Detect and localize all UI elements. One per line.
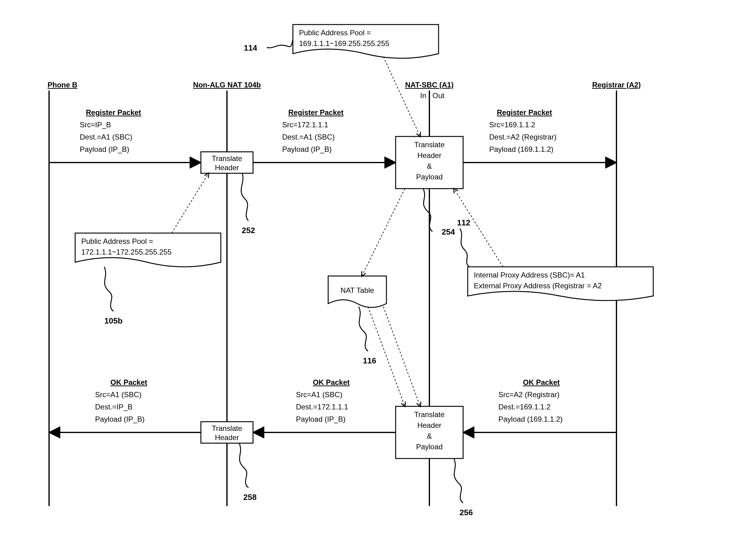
- svg-text:Payload (IP_B): Payload (IP_B): [282, 145, 332, 153]
- note-pool-114: Public Address Pool = 169.1.1.1~169.255.…: [293, 24, 439, 58]
- svg-text:&: &: [427, 162, 432, 170]
- svg-text:Register  Packet: Register Packet: [288, 108, 344, 116]
- ref-256: 256: [459, 508, 473, 517]
- svg-text:NAT Table: NAT Table: [340, 286, 374, 294]
- note-nat-table: NAT Table: [328, 276, 387, 308]
- svg-text:Header: Header: [215, 434, 239, 442]
- svg-text:Translate: Translate: [212, 424, 242, 433]
- lifeline-phone-b: Phone B: [48, 81, 77, 89]
- svg-text:Header: Header: [417, 151, 441, 159]
- svg-text:Dest.=A1 (SBC): Dest.=A1 (SBC): [282, 133, 335, 141]
- svg-text:Payload (IP_B): Payload (IP_B): [296, 415, 345, 423]
- svg-text:Src=172.1.1.1: Src=172.1.1.1: [282, 120, 328, 129]
- svg-text:Src=A2 (Registrar): Src=A2 (Registrar): [498, 391, 560, 399]
- svg-text:Payload (IP_B): Payload (IP_B): [95, 415, 145, 423]
- squiggle-258: [239, 443, 248, 488]
- lifeline-nat: Non-ALG NAT 104b: [193, 81, 261, 89]
- ref-252: 252: [242, 226, 255, 235]
- ref-114: 114: [244, 43, 257, 53]
- svg-text:Dest.=A2 (Registrar): Dest.=A2 (Registrar): [489, 133, 556, 141]
- svg-text:OK Packet: OK Packet: [313, 378, 350, 387]
- box-translate-header-2: Translate Header: [201, 422, 253, 443]
- squiggle-105b: [104, 267, 113, 311]
- svg-text:OK Packet: OK Packet: [523, 378, 560, 387]
- svg-text:Src=A1 (SBC): Src=A1 (SBC): [296, 391, 342, 399]
- svg-text:Src=IP_B: Src=IP_B: [80, 120, 111, 129]
- packet-ok-1: OK Packet Src=A2 (Registrar) Dest.=169.1…: [498, 378, 563, 423]
- note-pool-105b: Public Address Pool = 172.1.1.1~172.255.…: [75, 233, 221, 267]
- packet-reg-3: Register Packet Src=169.1.1.2 Dest.=A2 (…: [489, 108, 556, 153]
- squiggle-256: [454, 459, 463, 503]
- svg-text:External Proxy Address (Regist: External Proxy Address (Registrar = A2: [474, 281, 602, 290]
- svg-text:Dest.=IP_B: Dest.=IP_B: [95, 403, 133, 411]
- dotted-nattable-to-sbc2b: [383, 307, 420, 406]
- ref-254: 254: [441, 227, 455, 236]
- note-proxy-112: Internal Proxy Address (SBC)= A1 Externa…: [468, 267, 653, 301]
- svg-text:169.1.1.1~169.255.255.255: 169.1.1.1~169.255.255.255: [299, 39, 389, 48]
- svg-text:Header: Header: [417, 421, 441, 429]
- svg-text:Header: Header: [215, 163, 239, 172]
- svg-text:Internal Proxy Address (SBC)= : Internal Proxy Address (SBC)= A1: [474, 271, 585, 279]
- lifeline-sbc-in: In: [420, 91, 426, 100]
- lifeline-sbc-out: Out: [433, 91, 444, 100]
- svg-text:Dest.=A1 (SBC): Dest.=A1 (SBC): [80, 133, 132, 141]
- squiggle-116: [359, 307, 368, 351]
- packet-reg-1: Register Packet Src=IP_B Dest.=A1 (SBC) …: [80, 108, 141, 153]
- box-translate-hp-1: Translate Header & Payload: [396, 137, 463, 188]
- squiggle-114: [267, 40, 293, 48]
- svg-text:Register Packet: Register Packet: [86, 108, 141, 116]
- box-translate-header-1: Translate Header: [201, 152, 253, 173]
- svg-text:Register Packet: Register Packet: [497, 108, 552, 116]
- dotted-sbc1-to-nattable: [362, 188, 405, 276]
- squiggle-252: [241, 173, 248, 221]
- dotted-112-to-sbc1: [454, 188, 503, 267]
- lifeline-sbc: NAT-SBC (A1): [405, 81, 454, 89]
- dotted-105b-to-th1: [172, 173, 209, 233]
- squiggle-112: [460, 228, 469, 267]
- svg-text:Dest.=169.1.1.2: Dest.=169.1.1.2: [498, 403, 551, 411]
- svg-text:Translate: Translate: [414, 410, 444, 419]
- svg-text:Public Address Pool =: Public Address Pool =: [299, 28, 371, 37]
- svg-text:OK Packet: OK Packet: [110, 378, 147, 387]
- svg-text:Public Address Pool =: Public Address Pool =: [81, 237, 153, 245]
- ref-112: 112: [457, 218, 470, 227]
- ref-105b: 105b: [104, 316, 122, 325]
- dotted-114-to-sbc: [383, 57, 420, 137]
- svg-text:Payload (169.1.1.2): Payload (169.1.1.2): [498, 415, 563, 423]
- squiggle-254: [423, 188, 433, 231]
- svg-text:Payload (169.1.1.2): Payload (169.1.1.2): [489, 145, 553, 153]
- svg-text:Payload (IP_B): Payload (IP_B): [80, 145, 129, 153]
- lifeline-registrar: Registrar (A2): [592, 81, 641, 89]
- packet-reg-2: Register Packet Src=172.1.1.1 Dest.=A1 (…: [282, 108, 344, 153]
- svg-text:172.1.1.1~172.255.255.255: 172.1.1.1~172.255.255.255: [81, 248, 171, 256]
- svg-text:Translate: Translate: [414, 141, 444, 149]
- packet-ok-3: OK Packet Src=A1 (SBC) Dest.=IP_B Payloa…: [95, 378, 147, 423]
- svg-text:Src=A1 (SBC): Src=A1 (SBC): [95, 391, 142, 399]
- svg-text:Src=169.1.1.2: Src=169.1.1.2: [489, 120, 535, 129]
- ref-258: 258: [243, 493, 256, 502]
- svg-text:&: &: [427, 432, 432, 440]
- svg-text:Payload: Payload: [416, 442, 443, 451]
- svg-text:Payload: Payload: [416, 173, 443, 181]
- box-translate-hp-2: Translate Header & Payload: [396, 406, 463, 459]
- packet-ok-2: OK Packet Src=A1 (SBC) Dest.=172.1.1.1 P…: [296, 378, 350, 423]
- svg-text:Translate: Translate: [212, 154, 242, 163]
- svg-text:Dest.=172.1.1.1: Dest.=172.1.1.1: [296, 403, 348, 411]
- ref-116: 116: [363, 356, 376, 365]
